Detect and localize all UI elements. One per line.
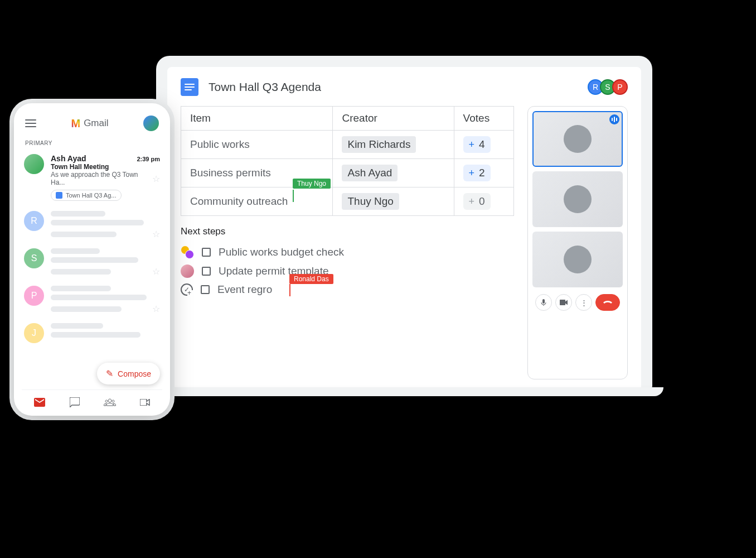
table-row: Community outreach Thuy Ngo Thuy Ngo +0	[181, 187, 514, 216]
meet-panel: ⋮	[527, 106, 628, 379]
step-text[interactable]: Public works budget check	[219, 246, 344, 258]
assignee-avatar-pair[interactable]	[181, 246, 194, 259]
nav-spaces-button[interactable]	[103, 396, 117, 409]
sender-avatar: J	[24, 323, 44, 343]
assign-task-icon[interactable]	[181, 283, 193, 296]
email-content: Ash Ayad 2:39 pm Town Hall Meeting As we…	[51, 154, 160, 201]
sender-avatar: S	[24, 248, 44, 268]
sender-avatar: R	[24, 211, 44, 231]
votes-cell: +0	[454, 187, 513, 216]
plus-icon: +	[469, 167, 475, 179]
doc-header: Town Hall Q3 Agenda R S P	[181, 78, 628, 106]
meet-participant-tile[interactable]	[532, 232, 623, 287]
participant-video-placeholder	[564, 185, 592, 213]
speaking-indicator-icon	[609, 114, 619, 124]
email-item[interactable]: J	[22, 319, 162, 348]
creator-chip[interactable]: Ash Ayad	[342, 165, 398, 181]
laptop-device: Town Hall Q3 Agenda R S P Item Creator V…	[156, 56, 652, 391]
collaborator-p[interactable]: P	[612, 79, 628, 95]
doc-main-content: Item Creator Votes Public works Kim Rich…	[181, 106, 514, 379]
profile-avatar[interactable]	[143, 116, 159, 131]
phone-device: M Gmail PRIMARY Ash Ayad 2:39 pm Town Ha…	[14, 103, 170, 416]
creator-cell: Thuy Ngo	[333, 187, 454, 216]
end-call-button[interactable]	[595, 294, 620, 311]
header-item: Item	[181, 107, 333, 131]
plus-icon: +	[469, 139, 475, 151]
participant-video-placeholder	[564, 125, 592, 153]
header-creator: Creator	[333, 107, 454, 131]
nav-meet-button[interactable]	[138, 396, 152, 409]
mic-button[interactable]	[535, 294, 552, 311]
star-icon[interactable]: ☆	[152, 174, 160, 184]
plus-icon: +	[469, 196, 475, 208]
step-checkbox[interactable]	[202, 267, 211, 276]
meet-participant-tile[interactable]	[532, 111, 623, 167]
mail-icon	[34, 398, 45, 407]
video-icon	[560, 300, 568, 305]
email-sender: Ash Ayad	[51, 154, 86, 163]
cursor-tag-green: Thuy Ngo	[293, 179, 331, 189]
vote-chip[interactable]: +0	[463, 193, 491, 210]
vote-chip[interactable]: +4	[463, 136, 491, 153]
item-cell[interactable]: Public works	[181, 131, 333, 159]
doc-title[interactable]: Town Hall Q3 Agenda	[209, 80, 581, 94]
phone-hangup-icon	[603, 300, 613, 305]
bottom-nav	[22, 389, 162, 411]
pencil-icon: ✎	[106, 368, 113, 379]
attachment-name: Town Hall Q3 Ag...	[66, 192, 117, 199]
google-docs-icon	[181, 78, 198, 96]
attachment-chip[interactable]: Town Hall Q3 Ag...	[51, 190, 122, 201]
laptop-base	[145, 387, 663, 396]
next-steps-title: Next steps	[181, 226, 514, 237]
email-item[interactable]: S ☆	[22, 244, 162, 281]
vote-chip[interactable]: +2	[463, 165, 491, 181]
nav-chat-button[interactable]	[68, 396, 81, 409]
step-item: Event regro Ronald Das	[181, 281, 514, 299]
more-options-button[interactable]: ⋮	[575, 294, 592, 311]
table-row: Public works Kim Richards +4	[181, 131, 514, 159]
star-icon[interactable]: ☆	[152, 304, 160, 314]
creator-cell: Kim Richards	[333, 131, 454, 159]
table-row: Business permits Ash Ayad +2	[181, 159, 514, 187]
gmail-m-icon: M	[71, 117, 80, 130]
email-item[interactable]: Ash Ayad 2:39 pm Town Hall Meeting As we…	[22, 151, 162, 206]
assignee-avatar[interactable]	[181, 264, 194, 278]
header-votes: Votes	[454, 107, 513, 131]
meet-participant-tile[interactable]	[532, 171, 623, 227]
docs-window: Town Hall Q3 Agenda R S P Item Creator V…	[167, 67, 641, 391]
more-vertical-icon: ⋮	[580, 299, 588, 307]
email-item[interactable]: R ☆	[22, 206, 162, 244]
email-item[interactable]: P ☆	[22, 281, 162, 319]
votes-cell: +2	[454, 159, 513, 187]
agenda-table: Item Creator Votes Public works Kim Rich…	[181, 106, 514, 216]
next-steps-section: Next steps Public works budget check Upd…	[181, 226, 514, 299]
cursor-line-green	[293, 190, 294, 202]
step-text[interactable]: Event regro	[217, 283, 272, 296]
chat-icon	[70, 397, 80, 407]
step-checkbox[interactable]	[201, 285, 210, 294]
doc-body: Item Creator Votes Public works Kim Rich…	[181, 106, 628, 379]
cursor-line-red	[289, 284, 290, 296]
collaborator-avatars: R S P	[591, 79, 628, 95]
sender-avatar: P	[24, 286, 44, 306]
creator-chip[interactable]: Kim Richards	[342, 136, 416, 153]
step-checkbox[interactable]	[202, 248, 211, 257]
creator-chip[interactable]: Thuy Ngo	[342, 193, 399, 210]
inbox-tab-label[interactable]: PRIMARY	[22, 138, 162, 151]
sender-avatar	[24, 154, 44, 174]
step-item: Update permit template	[181, 262, 514, 281]
nav-mail-button[interactable]	[33, 396, 46, 409]
compose-button[interactable]: ✎ Compose	[97, 363, 160, 384]
menu-button[interactable]	[25, 119, 36, 127]
mic-icon	[540, 299, 547, 306]
gmail-logo: M Gmail	[42, 117, 138, 130]
star-icon[interactable]: ☆	[152, 229, 160, 239]
participant-video-placeholder	[564, 246, 592, 273]
email-time: 2:39 pm	[137, 156, 160, 162]
cursor-tag-red: Ronald Das	[289, 274, 333, 284]
docs-mini-icon	[56, 192, 62, 199]
creator-cell: Ash Ayad	[333, 159, 454, 187]
star-icon[interactable]: ☆	[152, 266, 160, 277]
video-button[interactable]	[555, 294, 572, 311]
item-cell[interactable]: Community outreach Thuy Ngo	[181, 187, 333, 216]
